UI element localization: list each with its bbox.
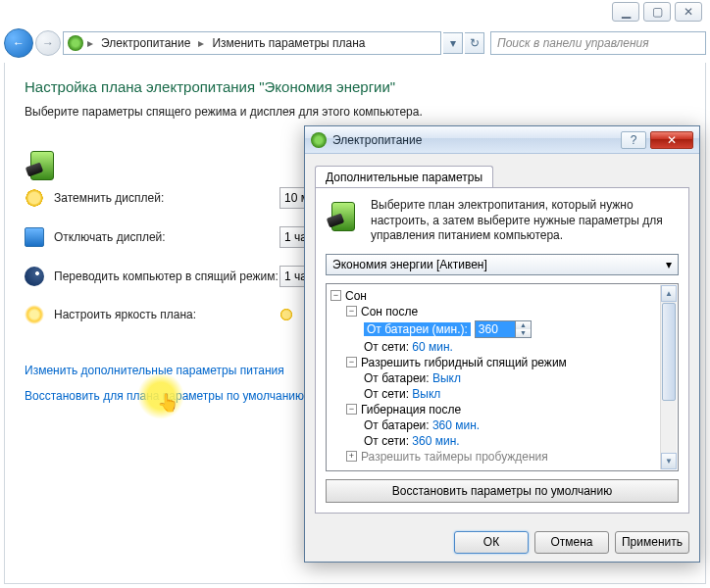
ok-button[interactable]: ОК [454, 531, 529, 554]
turn-off-display-icon [25, 227, 44, 247]
tree-ac-value[interactable]: 60 мин. [412, 340, 453, 354]
scroll-thumb[interactable] [662, 303, 676, 401]
plan-select-combo[interactable]: Экономия энергии [Активен] ▾ [326, 254, 679, 275]
power-plan-icon [68, 35, 83, 51]
sleep-battery-input[interactable] [476, 321, 515, 337]
apply-button[interactable]: Применить [615, 531, 689, 554]
spin-up-icon[interactable]: ▲ [516, 321, 531, 329]
tree-hybrid-batt-value[interactable]: Выкл [432, 371, 461, 385]
tree-sleep[interactable]: Сон [345, 289, 367, 303]
plan-battery-icon [25, 147, 60, 182]
window-close-button[interactable]: ✕ [675, 2, 702, 22]
minimize-button[interactable]: ▁ [612, 2, 639, 22]
tree-battery-min-label[interactable]: От батареи (мин.): [364, 322, 471, 336]
scroll-down-button[interactable]: ▼ [661, 453, 677, 469]
dialog-battery-icon [326, 198, 361, 233]
tree-hibernate-after[interactable]: Гибернация после [361, 403, 461, 416]
turn-off-display-label: Отключать дисплей: [54, 230, 279, 244]
crumb-power-options[interactable]: Электропитание [97, 36, 194, 50]
restore-defaults-button[interactable]: Восстановить параметры по умолчанию [326, 479, 679, 503]
power-options-dialog: Электропитание ? ✕ Дополнительные параме… [304, 125, 700, 563]
tree-hybrid-batt-label[interactable]: От батареи: [364, 371, 430, 385]
cancel-button[interactable]: Отмена [534, 531, 609, 554]
address-bar[interactable]: ▸ Электропитание ▸ Изменить параметры пл… [63, 31, 441, 55]
tree-toggle[interactable]: − [346, 404, 357, 415]
dropdown-icon: ▾ [666, 258, 672, 271]
brightness-low-icon [279, 308, 293, 321]
brightness-icon [25, 305, 44, 324]
tree-hybrid-ac-value[interactable]: Выкл [412, 387, 440, 401]
tree-wake-timers[interactable]: Разрешить таймеры пробуждения [361, 450, 548, 464]
nav-forward-button[interactable]: → [35, 30, 61, 56]
dialog-description: Выберите план электропитания, который ну… [371, 198, 679, 244]
tree-toggle[interactable]: − [346, 306, 357, 317]
tree-sleep-after[interactable]: Сон после [361, 305, 418, 318]
tree-ac-label[interactable]: От сети: [364, 340, 409, 354]
address-history-button[interactable]: ▾ [443, 32, 463, 54]
page-title: Настройка плана электропитания "Экономия… [25, 78, 685, 95]
tree-toggle[interactable]: + [346, 451, 357, 462]
tab-advanced-settings[interactable]: Дополнительные параметры [315, 166, 493, 187]
crumb-separator: ▸ [198, 36, 204, 50]
dialog-help-button[interactable]: ? [621, 131, 646, 149]
crumb-separator: ▸ [87, 36, 93, 50]
tree-hib-batt-label[interactable]: От батареи: [364, 418, 430, 432]
dialog-titlebar[interactable]: Электропитание ? ✕ [305, 126, 699, 154]
settings-tree[interactable]: −Сон −Сон после От батареи (мин.): ▲▼ От… [326, 283, 679, 471]
tree-scrollbar[interactable]: ▲ ▼ [660, 285, 677, 469]
sleep-icon [25, 267, 44, 286]
crumb-edit-plan[interactable]: Изменить параметры плана [208, 36, 369, 50]
tree-hybrid-sleep[interactable]: Разрешить гибридный спящий режим [361, 356, 567, 369]
tree-toggle[interactable]: − [346, 357, 357, 368]
dim-display-label: Затемнить дисплей: [54, 191, 279, 205]
sleep-battery-spinner[interactable]: ▲▼ [475, 320, 532, 338]
nav-back-button[interactable]: ← [4, 28, 33, 58]
brightness-label: Настроить яркость плана: [54, 308, 279, 321]
navbar: ← → ▸ Электропитание ▸ Изменить параметр… [4, 27, 706, 59]
maximize-button[interactable]: ▢ [643, 2, 671, 22]
tree-hybrid-ac-label[interactable]: От сети: [364, 387, 409, 401]
dialog-power-icon [311, 132, 327, 148]
search-input[interactable]: Поиск в панели управления [490, 31, 706, 55]
tree-hib-batt-value[interactable]: 360 мин. [432, 418, 480, 432]
dialog-close-button[interactable]: ✕ [650, 131, 693, 149]
page-subtitle: Выберите параметры спящего режима и дисп… [25, 105, 685, 119]
plan-selected-label: Экономия энергии [Активен] [332, 258, 487, 271]
dialog-title: Электропитание [332, 133, 621, 147]
tree-hib-ac-value[interactable]: 360 мин. [412, 434, 459, 448]
scroll-up-button[interactable]: ▲ [661, 285, 677, 302]
tree-hib-ac-label[interactable]: От сети: [364, 434, 409, 448]
refresh-button[interactable]: ↻ [465, 32, 484, 54]
spin-down-icon[interactable]: ▼ [516, 329, 531, 337]
sleep-label: Переводить компьютер в спящий режим: [54, 270, 279, 283]
tree-toggle[interactable]: − [330, 290, 341, 301]
